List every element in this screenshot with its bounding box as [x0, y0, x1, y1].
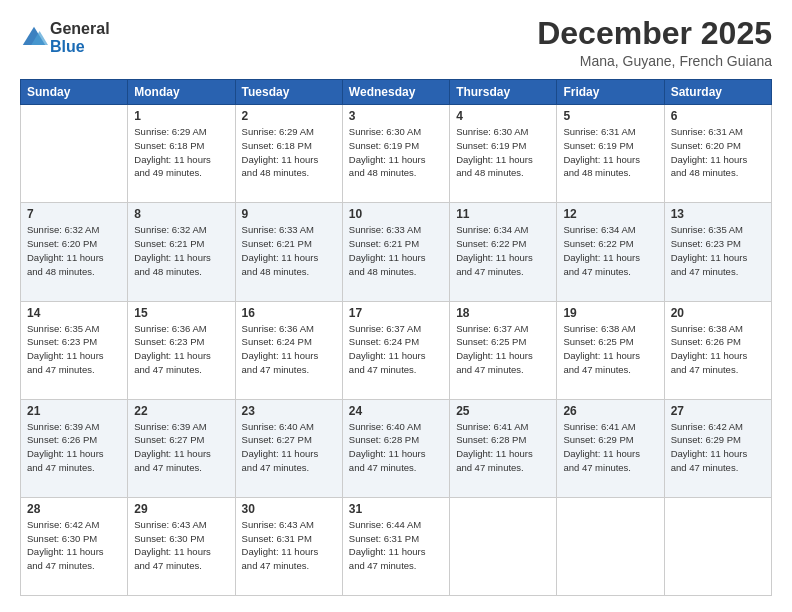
col-wednesday: Wednesday: [342, 80, 449, 105]
day-info: Sunrise: 6:35 AM Sunset: 6:23 PM Dayligh…: [27, 322, 121, 377]
calendar-week-5: 28Sunrise: 6:42 AM Sunset: 6:30 PM Dayli…: [21, 497, 772, 595]
header-row: Sunday Monday Tuesday Wednesday Thursday…: [21, 80, 772, 105]
day-info: Sunrise: 6:42 AM Sunset: 6:30 PM Dayligh…: [27, 518, 121, 573]
day-number: 15: [134, 306, 228, 320]
day-number: 25: [456, 404, 550, 418]
title-block: December 2025 Mana, Guyane, French Guian…: [537, 16, 772, 69]
day-info: Sunrise: 6:30 AM Sunset: 6:19 PM Dayligh…: [349, 125, 443, 180]
table-row: 5Sunrise: 6:31 AM Sunset: 6:19 PM Daylig…: [557, 105, 664, 203]
day-number: 29: [134, 502, 228, 516]
table-row: 14Sunrise: 6:35 AM Sunset: 6:23 PM Dayli…: [21, 301, 128, 399]
col-friday: Friday: [557, 80, 664, 105]
table-row: 26Sunrise: 6:41 AM Sunset: 6:29 PM Dayli…: [557, 399, 664, 497]
day-number: 5: [563, 109, 657, 123]
day-info: Sunrise: 6:36 AM Sunset: 6:23 PM Dayligh…: [134, 322, 228, 377]
day-info: Sunrise: 6:41 AM Sunset: 6:29 PM Dayligh…: [563, 420, 657, 475]
calendar-week-4: 21Sunrise: 6:39 AM Sunset: 6:26 PM Dayli…: [21, 399, 772, 497]
day-info: Sunrise: 6:33 AM Sunset: 6:21 PM Dayligh…: [242, 223, 336, 278]
day-number: 30: [242, 502, 336, 516]
day-info: Sunrise: 6:29 AM Sunset: 6:18 PM Dayligh…: [134, 125, 228, 180]
day-number: 28: [27, 502, 121, 516]
day-info: Sunrise: 6:34 AM Sunset: 6:22 PM Dayligh…: [563, 223, 657, 278]
table-row: 30Sunrise: 6:43 AM Sunset: 6:31 PM Dayli…: [235, 497, 342, 595]
table-row: 7Sunrise: 6:32 AM Sunset: 6:20 PM Daylig…: [21, 203, 128, 301]
day-number: 22: [134, 404, 228, 418]
table-row: 29Sunrise: 6:43 AM Sunset: 6:30 PM Dayli…: [128, 497, 235, 595]
table-row: 3Sunrise: 6:30 AM Sunset: 6:19 PM Daylig…: [342, 105, 449, 203]
logo-icon: [20, 24, 48, 52]
day-number: 3: [349, 109, 443, 123]
day-number: 21: [27, 404, 121, 418]
logo: General Blue: [20, 20, 110, 55]
day-number: 10: [349, 207, 443, 221]
col-sunday: Sunday: [21, 80, 128, 105]
day-info: Sunrise: 6:41 AM Sunset: 6:28 PM Dayligh…: [456, 420, 550, 475]
day-info: Sunrise: 6:29 AM Sunset: 6:18 PM Dayligh…: [242, 125, 336, 180]
table-row: 19Sunrise: 6:38 AM Sunset: 6:25 PM Dayli…: [557, 301, 664, 399]
day-number: 6: [671, 109, 765, 123]
day-info: Sunrise: 6:36 AM Sunset: 6:24 PM Dayligh…: [242, 322, 336, 377]
day-info: Sunrise: 6:40 AM Sunset: 6:28 PM Dayligh…: [349, 420, 443, 475]
table-row: 9Sunrise: 6:33 AM Sunset: 6:21 PM Daylig…: [235, 203, 342, 301]
table-row: 4Sunrise: 6:30 AM Sunset: 6:19 PM Daylig…: [450, 105, 557, 203]
day-number: 8: [134, 207, 228, 221]
table-row: 15Sunrise: 6:36 AM Sunset: 6:23 PM Dayli…: [128, 301, 235, 399]
table-row: 6Sunrise: 6:31 AM Sunset: 6:20 PM Daylig…: [664, 105, 771, 203]
table-row: 16Sunrise: 6:36 AM Sunset: 6:24 PM Dayli…: [235, 301, 342, 399]
table-row: 31Sunrise: 6:44 AM Sunset: 6:31 PM Dayli…: [342, 497, 449, 595]
table-row: 21Sunrise: 6:39 AM Sunset: 6:26 PM Dayli…: [21, 399, 128, 497]
table-row: 11Sunrise: 6:34 AM Sunset: 6:22 PM Dayli…: [450, 203, 557, 301]
day-number: 13: [671, 207, 765, 221]
day-info: Sunrise: 6:34 AM Sunset: 6:22 PM Dayligh…: [456, 223, 550, 278]
calendar-week-2: 7Sunrise: 6:32 AM Sunset: 6:20 PM Daylig…: [21, 203, 772, 301]
day-info: Sunrise: 6:32 AM Sunset: 6:21 PM Dayligh…: [134, 223, 228, 278]
table-row: 12Sunrise: 6:34 AM Sunset: 6:22 PM Dayli…: [557, 203, 664, 301]
table-row: 25Sunrise: 6:41 AM Sunset: 6:28 PM Dayli…: [450, 399, 557, 497]
month-title: December 2025: [537, 16, 772, 51]
day-number: 18: [456, 306, 550, 320]
day-info: Sunrise: 6:42 AM Sunset: 6:29 PM Dayligh…: [671, 420, 765, 475]
day-number: 2: [242, 109, 336, 123]
day-info: Sunrise: 6:31 AM Sunset: 6:19 PM Dayligh…: [563, 125, 657, 180]
day-number: 20: [671, 306, 765, 320]
day-number: 11: [456, 207, 550, 221]
table-row: 18Sunrise: 6:37 AM Sunset: 6:25 PM Dayli…: [450, 301, 557, 399]
day-number: 1: [134, 109, 228, 123]
table-row: 8Sunrise: 6:32 AM Sunset: 6:21 PM Daylig…: [128, 203, 235, 301]
day-info: Sunrise: 6:37 AM Sunset: 6:24 PM Dayligh…: [349, 322, 443, 377]
table-row: 13Sunrise: 6:35 AM Sunset: 6:23 PM Dayli…: [664, 203, 771, 301]
page: General Blue December 2025 Mana, Guyane,…: [0, 0, 792, 612]
day-info: Sunrise: 6:40 AM Sunset: 6:27 PM Dayligh…: [242, 420, 336, 475]
day-info: Sunrise: 6:38 AM Sunset: 6:26 PM Dayligh…: [671, 322, 765, 377]
table-row: 27Sunrise: 6:42 AM Sunset: 6:29 PM Dayli…: [664, 399, 771, 497]
table-row: 1Sunrise: 6:29 AM Sunset: 6:18 PM Daylig…: [128, 105, 235, 203]
col-thursday: Thursday: [450, 80, 557, 105]
table-row: 20Sunrise: 6:38 AM Sunset: 6:26 PM Dayli…: [664, 301, 771, 399]
table-row: 10Sunrise: 6:33 AM Sunset: 6:21 PM Dayli…: [342, 203, 449, 301]
day-number: 26: [563, 404, 657, 418]
table-row: [557, 497, 664, 595]
day-info: Sunrise: 6:43 AM Sunset: 6:31 PM Dayligh…: [242, 518, 336, 573]
table-row: 24Sunrise: 6:40 AM Sunset: 6:28 PM Dayli…: [342, 399, 449, 497]
day-number: 16: [242, 306, 336, 320]
day-number: 24: [349, 404, 443, 418]
calendar-week-1: 1Sunrise: 6:29 AM Sunset: 6:18 PM Daylig…: [21, 105, 772, 203]
day-number: 23: [242, 404, 336, 418]
day-number: 17: [349, 306, 443, 320]
calendar-header: Sunday Monday Tuesday Wednesday Thursday…: [21, 80, 772, 105]
calendar-week-3: 14Sunrise: 6:35 AM Sunset: 6:23 PM Dayli…: [21, 301, 772, 399]
location-subtitle: Mana, Guyane, French Guiana: [537, 53, 772, 69]
day-info: Sunrise: 6:43 AM Sunset: 6:30 PM Dayligh…: [134, 518, 228, 573]
day-number: 12: [563, 207, 657, 221]
day-info: Sunrise: 6:32 AM Sunset: 6:20 PM Dayligh…: [27, 223, 121, 278]
day-info: Sunrise: 6:33 AM Sunset: 6:21 PM Dayligh…: [349, 223, 443, 278]
table-row: [450, 497, 557, 595]
day-number: 19: [563, 306, 657, 320]
day-number: 14: [27, 306, 121, 320]
calendar-body: 1Sunrise: 6:29 AM Sunset: 6:18 PM Daylig…: [21, 105, 772, 596]
header: General Blue December 2025 Mana, Guyane,…: [20, 16, 772, 69]
day-number: 4: [456, 109, 550, 123]
day-info: Sunrise: 6:39 AM Sunset: 6:26 PM Dayligh…: [27, 420, 121, 475]
day-info: Sunrise: 6:44 AM Sunset: 6:31 PM Dayligh…: [349, 518, 443, 573]
day-number: 7: [27, 207, 121, 221]
